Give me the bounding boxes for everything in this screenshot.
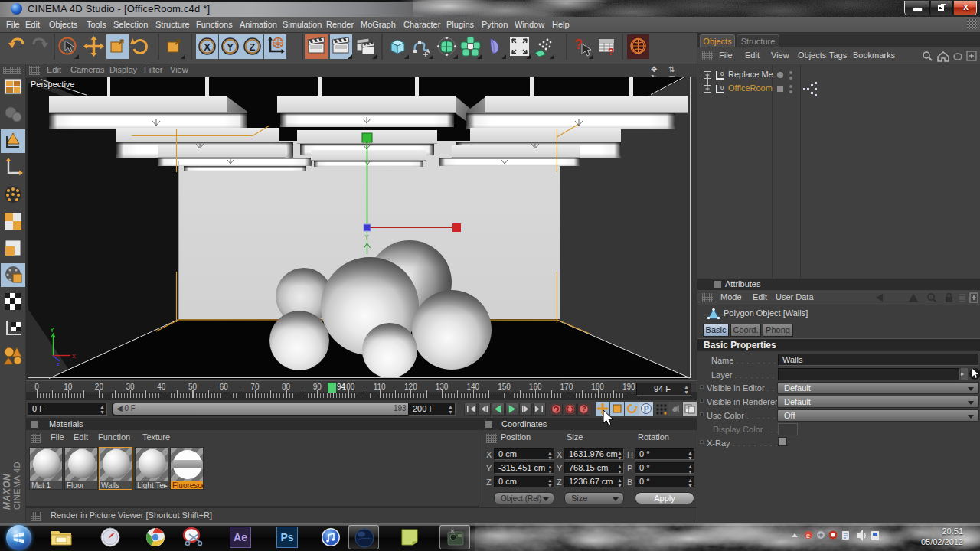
svg-text:x: x bbox=[72, 352, 76, 360]
svg-text:Z: Z bbox=[250, 41, 256, 53]
svg-text:Y: Y bbox=[364, 233, 369, 241]
svg-text:?: ? bbox=[608, 46, 614, 57]
svg-text:?: ? bbox=[574, 37, 583, 52]
svg-text:z: z bbox=[57, 360, 60, 367]
svg-text:0: 0 bbox=[720, 84, 724, 91]
svg-text:0: 0 bbox=[720, 70, 724, 77]
svg-text:e: e bbox=[806, 532, 810, 540]
svg-text:P: P bbox=[644, 405, 649, 413]
svg-text:Y: Y bbox=[50, 326, 54, 334]
svg-text:?: ? bbox=[582, 405, 586, 412]
svg-text:Y: Y bbox=[227, 41, 234, 53]
svg-text:X: X bbox=[204, 41, 211, 53]
